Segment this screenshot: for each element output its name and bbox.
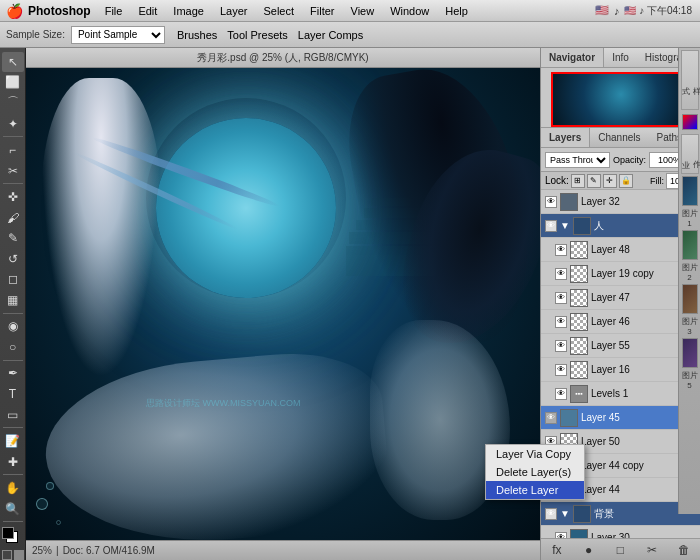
pic2-label: 图片 2 xyxy=(681,262,698,282)
shape-tool[interactable]: ▭ xyxy=(2,405,24,425)
tab-info[interactable]: Info xyxy=(604,48,637,67)
thumbnail-2[interactable] xyxy=(682,230,698,260)
notes-tool[interactable]: 📝 xyxy=(2,431,24,451)
ctx-delete-layer[interactable]: Delete Layer xyxy=(486,481,584,499)
eraser-tool[interactable]: ◻ xyxy=(2,270,24,290)
toolbar: ↖ ⬜ ⌒ ✦ ⌐ ✂ ✜ 🖌 ✎ ↺ ◻ ▦ ◉ ○ ✒ T ▭ 📝 ✚ ✋ … xyxy=(0,48,26,560)
clone-stamp[interactable]: ✎ xyxy=(2,228,24,248)
styles-section[interactable]: 样式 xyxy=(681,50,699,110)
layer-item-group[interactable]: 👁 ▼ 人 xyxy=(541,214,700,238)
menu-window[interactable]: Window xyxy=(382,0,437,22)
layer-item-group[interactable]: 👁 ▼ 背景 xyxy=(541,502,700,526)
main-area: ↖ ⬜ ⌒ ✦ ⌐ ✂ ✜ 🖌 ✎ ↺ ◻ ▦ ◉ ○ ✒ T ▭ 📝 ✚ ✋ … xyxy=(0,48,700,560)
layer-visibility-toggle[interactable]: 👁 xyxy=(555,292,567,304)
system-status: 🇺🇸 ♪ 🇺🇸 ♪ 下午04:18 xyxy=(595,4,700,18)
ctx-layer-via-copy[interactable]: Layer Via Copy xyxy=(486,445,584,463)
layer-item[interactable]: 👁 Layer 32 🔒 xyxy=(541,190,700,214)
layer-visibility-toggle[interactable]: 👁 xyxy=(545,412,557,424)
canvas-area: 秀月彩.psd @ 25% (人, RGB/8/CMYK) xyxy=(26,48,540,560)
blur-tool[interactable]: ◉ xyxy=(2,317,24,337)
layer-visibility-toggle[interactable]: 👁 xyxy=(555,388,567,400)
sample-size-select[interactable]: Point Sample 3 by 3 Average xyxy=(71,26,165,44)
menu-file[interactable]: File xyxy=(97,0,131,22)
tab-layers[interactable]: Layers xyxy=(541,128,590,147)
layer-visibility-toggle[interactable]: 👁 xyxy=(545,508,557,520)
canvas-content[interactable]: 思路设计师坛 WWW.MISSYUAN.COM xyxy=(26,68,540,540)
layer-item[interactable]: 👁 Layer 19 copy xyxy=(541,262,700,286)
fx-button[interactable]: fx xyxy=(547,541,567,559)
layer-item[interactable]: 👁 Layer 48 xyxy=(541,238,700,262)
opacity-label: Opacity: xyxy=(613,155,646,165)
text-tool[interactable]: T xyxy=(2,384,24,404)
menu-help[interactable]: Help xyxy=(437,0,476,22)
color-swatches[interactable] xyxy=(2,527,24,547)
layer-thumbnail xyxy=(570,337,588,355)
layer-visibility-toggle[interactable]: 👁 xyxy=(555,340,567,352)
pic3-label: 图片 3 xyxy=(681,316,698,336)
layer-visibility-toggle[interactable]: 👁 xyxy=(555,244,567,256)
layer-visibility-toggle[interactable]: 👁 xyxy=(545,220,557,232)
menu-select[interactable]: Select xyxy=(255,0,302,22)
layer-item[interactable]: 👁 Layer 30 xyxy=(541,526,700,538)
group-arrow[interactable]: ▼ xyxy=(560,220,570,231)
separator-5 xyxy=(3,427,23,428)
layer-visibility-toggle[interactable]: 👁 xyxy=(555,364,567,376)
menu-edit[interactable]: Edit xyxy=(130,0,165,22)
pen-tool[interactable]: ✒ xyxy=(2,364,24,384)
ctx-delete-layers[interactable]: Delete Layer(s) xyxy=(486,463,584,481)
standard-mode[interactable] xyxy=(2,550,12,560)
lasso-tool[interactable]: ⌒ xyxy=(2,93,24,113)
layer-item-adjustment[interactable]: 👁 ▪▪▪ Levels 1 xyxy=(541,382,700,406)
layer-visibility-toggle[interactable]: 👁 xyxy=(555,316,567,328)
healing-brush[interactable]: ✜ xyxy=(2,187,24,207)
tab-navigator[interactable]: Navigator xyxy=(541,48,604,67)
menu-view[interactable]: View xyxy=(343,0,383,22)
hand-tool[interactable]: ✋ xyxy=(2,478,24,498)
layer-item-selected[interactable]: 👁 Layer 45 🔒 xyxy=(541,406,700,430)
gradient-tool[interactable]: ▦ xyxy=(2,290,24,310)
nav-thumb-artwork xyxy=(553,74,689,125)
layer-thumbnail: ▪▪▪ xyxy=(570,385,588,403)
lock-image-icon[interactable]: ✎ xyxy=(587,174,601,188)
magic-wand-tool[interactable]: ✦ xyxy=(2,114,24,134)
sample-size-label: Sample Size: xyxy=(6,29,65,40)
slice-tool[interactable]: ✂ xyxy=(2,161,24,181)
homework-section[interactable]: 作业 xyxy=(681,134,699,174)
layer-item[interactable]: 👁 Layer 55 xyxy=(541,334,700,358)
menu-layer[interactable]: Layer xyxy=(212,0,256,22)
layer-item[interactable]: 👁 Layer 47 xyxy=(541,286,700,310)
lock-all-icon[interactable]: 🔒 xyxy=(619,174,633,188)
marquee-tool[interactable]: ⬜ xyxy=(2,73,24,93)
layer-visibility-toggle[interactable]: 👁 xyxy=(555,268,567,280)
separator-1 xyxy=(3,136,23,137)
dodge-tool[interactable]: ○ xyxy=(2,337,24,357)
lock-transparent-icon[interactable]: ⊞ xyxy=(571,174,585,188)
menu-image[interactable]: Image xyxy=(165,0,212,22)
history-brush[interactable]: ↺ xyxy=(2,249,24,269)
quickmask-mode[interactable] xyxy=(14,550,24,560)
canvas-title-text: 秀月彩.psd @ 25% (人, RGB/8/CMYK) xyxy=(197,51,368,65)
crop-tool[interactable]: ⌐ xyxy=(2,140,24,160)
separator: | xyxy=(56,545,59,556)
new-layer-button[interactable]: ✂ xyxy=(642,541,662,559)
thumbnail-3[interactable] xyxy=(682,284,698,314)
group-arrow[interactable]: ▼ xyxy=(560,508,570,519)
thumbnail-5[interactable] xyxy=(682,338,698,368)
layer-item[interactable]: 👁 Layer 46 🔒 xyxy=(541,310,700,334)
blend-mode-select[interactable]: Pass Through Normal Multiply Screen xyxy=(545,152,610,168)
delete-layer-button[interactable]: 🗑 xyxy=(674,541,694,559)
thumbnail-1[interactable] xyxy=(682,176,698,206)
move-tool[interactable]: ↖ xyxy=(2,52,24,72)
layer-visibility-toggle[interactable]: 👁 xyxy=(545,196,557,208)
layer-thumbnail xyxy=(570,313,588,331)
apple-menu[interactable]: 🍎 xyxy=(0,3,28,19)
lock-position-icon[interactable]: ✛ xyxy=(603,174,617,188)
zoom-tool[interactable]: 🔍 xyxy=(2,499,24,519)
new-fill-button[interactable]: ● xyxy=(579,541,599,559)
eyedropper-tool[interactable]: ✚ xyxy=(2,452,24,472)
menu-filter[interactable]: Filter xyxy=(302,0,342,22)
layer-item[interactable]: 👁 Layer 16 🔒 xyxy=(541,358,700,382)
tab-channels[interactable]: Channels xyxy=(590,128,648,147)
new-group-button[interactable]: □ xyxy=(610,541,630,559)
brush-tool[interactable]: 🖌 xyxy=(2,208,24,228)
